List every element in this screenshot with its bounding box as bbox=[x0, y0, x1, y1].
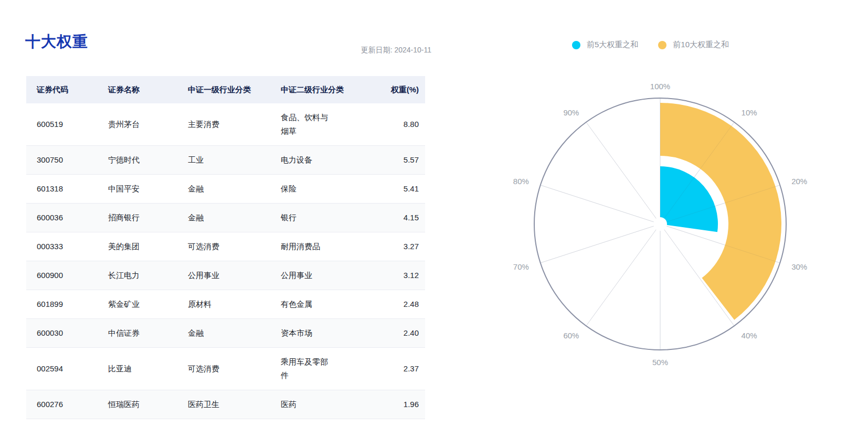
svg-text:20%: 20% bbox=[791, 177, 807, 186]
cell-industry-l2: 电力设备 bbox=[272, 146, 359, 175]
cell-name: 紫金矿业 bbox=[100, 290, 179, 319]
cell-name: 比亚迪 bbox=[100, 348, 179, 390]
cell-industry-l1: 公用事业 bbox=[179, 261, 272, 290]
cell-code: 601899 bbox=[26, 290, 100, 319]
cell-name: 宁德时代 bbox=[100, 146, 179, 175]
cell-code: 300750 bbox=[26, 146, 100, 175]
svg-text:60%: 60% bbox=[563, 331, 579, 340]
cell-weight: 2.40 bbox=[359, 319, 425, 348]
cell-weight: 2.48 bbox=[359, 290, 425, 319]
chart-legend: 前5大权重之和 前10大权重之和 bbox=[572, 40, 729, 50]
cell-name: 美的集团 bbox=[100, 232, 179, 261]
cell-industry-l1: 可选消费 bbox=[179, 348, 272, 390]
svg-text:90%: 90% bbox=[563, 108, 579, 117]
cell-industry-l2: 资本市场 bbox=[272, 319, 359, 348]
cell-weight: 5.41 bbox=[359, 175, 425, 204]
cell-industry-l1: 金融 bbox=[179, 319, 272, 348]
page-title: 十大权重 bbox=[25, 31, 88, 52]
cell-industry-l2: 有色金属 bbox=[272, 290, 359, 319]
table-row: 600900长江电力公用事业公用事业3.12 bbox=[26, 261, 425, 290]
cell-industry-l2: 公用事业 bbox=[272, 261, 359, 290]
svg-text:50%: 50% bbox=[652, 358, 668, 367]
cell-code: 000333 bbox=[26, 232, 100, 261]
cell-name: 中国平安 bbox=[100, 175, 179, 204]
table-row: 000333美的集团可选消费耐用消费品3.27 bbox=[26, 232, 425, 261]
cell-name: 招商银行 bbox=[100, 204, 179, 232]
cell-code: 600276 bbox=[26, 390, 100, 419]
column-header-name: 证券名称 bbox=[100, 76, 179, 103]
column-header-industry-l2: 中证二级行业分类 bbox=[272, 76, 359, 103]
cell-name: 中信证券 bbox=[100, 319, 179, 348]
table-row: 601899紫金矿业原材料有色金属2.48 bbox=[26, 290, 425, 319]
cell-weight: 3.12 bbox=[359, 261, 425, 290]
cell-name: 长江电力 bbox=[100, 261, 179, 290]
cell-weight: 8.80 bbox=[359, 103, 425, 146]
cell-code: 600519 bbox=[26, 103, 100, 146]
cell-code: 002594 bbox=[26, 348, 100, 390]
cell-industry-l2: 乘用车及零部件 bbox=[272, 348, 359, 390]
cell-weight: 3.27 bbox=[359, 232, 425, 261]
legend-dot-top5-icon bbox=[572, 41, 580, 49]
polar-weight-chart: 10%20%30%40%50%60%70%80%90%100% bbox=[492, 56, 828, 392]
cell-industry-l1: 工业 bbox=[179, 146, 272, 175]
table-row: 600276恒瑞医药医药卫生医药1.96 bbox=[26, 390, 425, 419]
svg-text:10%: 10% bbox=[742, 108, 757, 117]
cell-industry-l2: 耐用消费品 bbox=[272, 232, 359, 261]
cell-industry-l2: 食品、饮料与烟草 bbox=[272, 103, 359, 146]
column-header-industry-l1: 中证一级行业分类 bbox=[179, 76, 272, 103]
cell-name: 贵州茅台 bbox=[100, 103, 179, 146]
svg-text:70%: 70% bbox=[513, 262, 529, 271]
cell-code: 600036 bbox=[26, 204, 100, 232]
legend-item-top10[interactable]: 前10大权重之和 bbox=[658, 40, 729, 50]
cell-industry-l1: 金融 bbox=[179, 175, 272, 204]
cell-industry-l1: 金融 bbox=[179, 204, 272, 232]
cell-weight: 5.57 bbox=[359, 146, 425, 175]
cell-industry-l2: 医药 bbox=[272, 390, 359, 419]
cell-code: 601318 bbox=[26, 175, 100, 204]
cell-industry-l1: 原材料 bbox=[179, 290, 272, 319]
cell-name: 恒瑞医药 bbox=[100, 390, 179, 419]
table-header: 证券代码 证券名称 中证一级行业分类 中证二级行业分类 权重(%) bbox=[26, 76, 425, 103]
weights-table: 证券代码 证券名称 中证一级行业分类 中证二级行业分类 权重(%) 600519… bbox=[26, 76, 425, 419]
cell-weight: 4.15 bbox=[359, 204, 425, 232]
column-header-code: 证券代码 bbox=[26, 76, 100, 103]
svg-text:80%: 80% bbox=[513, 177, 529, 186]
legend-label-top10: 前10大权重之和 bbox=[673, 40, 729, 50]
svg-text:100%: 100% bbox=[650, 82, 670, 91]
cell-industry-l2: 银行 bbox=[272, 204, 359, 232]
legend-label-top5: 前5大权重之和 bbox=[587, 40, 638, 50]
cell-weight: 2.37 bbox=[359, 348, 425, 390]
cell-industry-l1: 可选消费 bbox=[179, 232, 272, 261]
cell-code: 600900 bbox=[26, 261, 100, 290]
legend-item-top5[interactable]: 前5大权重之和 bbox=[572, 40, 638, 50]
table-row: 600036招商银行金融银行4.15 bbox=[26, 204, 425, 232]
weights-table-container: 证券代码 证券名称 中证一级行业分类 中证二级行业分类 权重(%) 600519… bbox=[26, 76, 425, 419]
column-header-weight: 权重(%) bbox=[359, 76, 425, 103]
svg-text:40%: 40% bbox=[742, 331, 757, 340]
table-body: 600519贵州茅台主要消费食品、饮料与烟草8.80300750宁德时代工业电力… bbox=[26, 103, 425, 419]
cell-industry-l1: 主要消费 bbox=[179, 103, 272, 146]
cell-weight: 1.96 bbox=[359, 390, 425, 419]
update-date: 更新日期: 2024-10-11 bbox=[315, 46, 431, 55]
cell-code: 600030 bbox=[26, 319, 100, 348]
table-row: 601318中国平安金融保险5.41 bbox=[26, 175, 425, 204]
svg-text:30%: 30% bbox=[791, 262, 807, 271]
table-row: 300750宁德时代工业电力设备5.57 bbox=[26, 146, 425, 175]
table-row: 600030中信证券金融资本市场2.40 bbox=[26, 319, 425, 348]
cell-industry-l1: 医药卫生 bbox=[179, 390, 272, 419]
table-row: 600519贵州茅台主要消费食品、饮料与烟草8.80 bbox=[26, 103, 425, 146]
cell-industry-l2: 保险 bbox=[272, 175, 359, 204]
table-row: 002594比亚迪可选消费乘用车及零部件2.37 bbox=[26, 348, 425, 390]
legend-dot-top10-icon bbox=[658, 41, 666, 49]
